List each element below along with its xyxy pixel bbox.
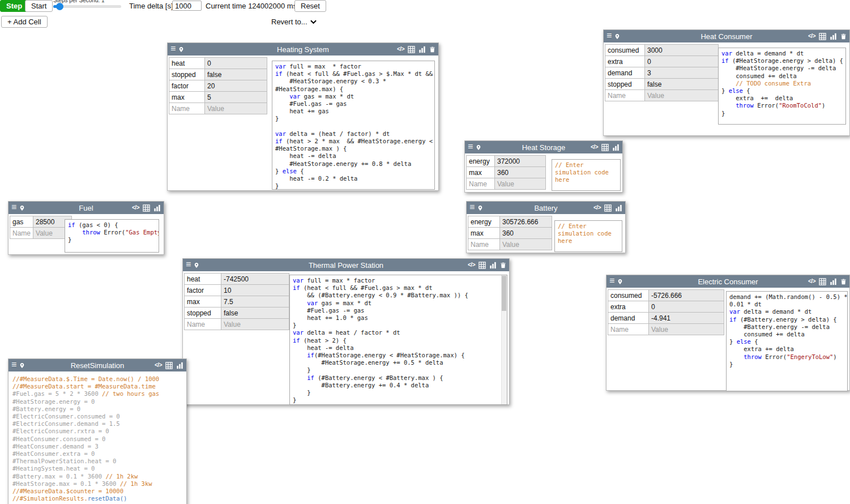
- menu-icon[interactable]: ≡: [11, 360, 16, 369]
- code-view-icon[interactable]: </>: [808, 279, 815, 284]
- property-name-cell[interactable]: gas: [10, 216, 33, 228]
- card-header[interactable]: ≡Heat Storage</>: [465, 141, 622, 153]
- code-scrollbar[interactable]: [501, 275, 507, 404]
- pin-icon[interactable]: [19, 204, 25, 212]
- menu-icon[interactable]: ≡: [468, 142, 473, 151]
- new-property-name-cell[interactable]: Name: [608, 324, 649, 335]
- card-header[interactable]: ≡Thermal Power Station</>: [183, 259, 509, 271]
- property-name-cell[interactable]: energy: [468, 216, 500, 228]
- pin-icon[interactable]: [614, 33, 620, 40]
- menu-icon[interactable]: ≡: [469, 203, 475, 212]
- menu-icon[interactable]: ≡: [186, 260, 191, 269]
- new-property-value-cell[interactable]: Value: [649, 324, 724, 335]
- pin-icon[interactable]: [477, 204, 483, 212]
- property-value-cell[interactable]: -5726.666: [649, 290, 724, 301]
- code-view-icon[interactable]: </>: [593, 205, 601, 211]
- property-value-cell[interactable]: 0: [205, 58, 267, 69]
- property-value-cell[interactable]: 7.5: [221, 296, 289, 307]
- code-view-icon[interactable]: </>: [591, 144, 598, 150]
- property-name-cell[interactable]: stopped: [169, 69, 205, 80]
- code-view-icon[interactable]: </>: [468, 262, 475, 268]
- property-name-cell[interactable]: extra: [605, 56, 645, 67]
- chart-view-icon[interactable]: [489, 262, 497, 269]
- table-view-icon[interactable]: [601, 144, 609, 151]
- property-name-cell[interactable]: max: [185, 296, 221, 307]
- menu-icon[interactable]: ≡: [11, 203, 16, 212]
- menu-icon[interactable]: ≡: [170, 44, 176, 53]
- pin-icon[interactable]: [19, 362, 25, 369]
- table-view-icon[interactable]: [143, 204, 150, 212]
- code-editor[interactable]: var delta = demand * dtif (#HeatStorage.…: [718, 48, 846, 125]
- property-name-cell[interactable]: stopped: [185, 307, 221, 319]
- property-name-cell[interactable]: stopped: [605, 79, 645, 90]
- property-name-cell[interactable]: consumed: [605, 45, 645, 56]
- code-editor[interactable]: demand += (Math.random() - 0.5) *0.01 * …: [726, 291, 848, 391]
- code-editor[interactable]: var full = max * factorif (heat < full &…: [289, 275, 507, 405]
- property-name-cell[interactable]: max: [169, 92, 205, 103]
- property-value-cell[interactable]: -4.941: [649, 313, 724, 324]
- property-name-cell[interactable]: demand: [605, 67, 645, 79]
- new-property-name-cell[interactable]: Name: [467, 178, 495, 190]
- start-button[interactable]: Start: [25, 0, 53, 12]
- property-value-cell[interactable]: 0: [645, 56, 719, 67]
- code-editor[interactable]: // Entersimulation codehere: [552, 159, 621, 191]
- property-value-cell[interactable]: -742500: [221, 274, 289, 285]
- chart-view-icon[interactable]: [612, 144, 620, 151]
- trash-icon[interactable]: [500, 262, 506, 269]
- property-name-cell[interactable]: factor: [185, 285, 221, 296]
- code-view-icon[interactable]: </>: [397, 46, 404, 52]
- code-editor[interactable]: if (gas < 0) { throw Error("Gas Empty")}: [65, 219, 159, 253]
- time-delta-input[interactable]: [172, 1, 202, 11]
- property-name-cell[interactable]: max: [468, 228, 500, 239]
- new-property-name-cell[interactable]: Name: [169, 103, 205, 114]
- new-property-name-cell[interactable]: Name: [185, 319, 221, 330]
- property-value-cell[interactable]: false: [645, 79, 719, 90]
- new-property-value-cell[interactable]: Value: [495, 178, 546, 190]
- new-property-value-cell[interactable]: Value: [221, 319, 289, 330]
- property-name-cell[interactable]: heat: [169, 58, 205, 69]
- pin-icon[interactable]: [617, 278, 623, 285]
- code-editor[interactable]: var full = max * factorif (heat < full &…: [272, 61, 435, 190]
- trash-icon[interactable]: [429, 46, 435, 53]
- pin-icon[interactable]: [194, 262, 199, 269]
- table-view-icon[interactable]: [819, 33, 826, 40]
- card-header[interactable]: ≡Electric Consumer</>: [606, 275, 849, 288]
- card-header[interactable]: ≡Fuel</>: [8, 202, 164, 214]
- card-header[interactable]: ≡Heating System</>: [168, 43, 438, 55]
- card-header[interactable]: ≡ResetSimulation</>: [8, 359, 186, 371]
- steps-per-second-slider[interactable]: [53, 5, 121, 8]
- property-name-cell[interactable]: energy: [467, 156, 495, 167]
- trash-icon[interactable]: [840, 33, 847, 40]
- table-view-icon[interactable]: [165, 362, 173, 369]
- property-value-cell[interactable]: 3: [645, 67, 719, 79]
- menu-icon[interactable]: ≡: [609, 276, 614, 285]
- scrollbar-thumb[interactable]: [502, 276, 506, 311]
- card-header[interactable]: ≡Heat Consumer</>: [604, 30, 849, 42]
- property-name-cell[interactable]: max: [467, 167, 495, 178]
- table-view-icon[interactable]: [408, 46, 415, 53]
- chart-view-icon[interactable]: [830, 33, 837, 40]
- chart-view-icon[interactable]: [615, 204, 622, 212]
- property-value-cell[interactable]: 20: [205, 80, 267, 92]
- pin-icon[interactable]: [178, 46, 184, 53]
- code-view-icon[interactable]: </>: [132, 205, 139, 211]
- property-value-cell[interactable]: 372000: [495, 156, 546, 167]
- add-cell-button[interactable]: + Add Cell: [1, 16, 48, 28]
- property-value-cell[interactable]: 5: [205, 92, 267, 103]
- property-name-cell[interactable]: demand: [608, 313, 649, 324]
- property-name-cell[interactable]: extra: [608, 301, 649, 313]
- new-property-value-cell[interactable]: Value: [645, 90, 719, 101]
- table-view-icon[interactable]: [479, 262, 486, 269]
- new-property-value-cell[interactable]: Value: [205, 103, 267, 114]
- property-name-cell[interactable]: factor: [169, 80, 205, 92]
- chart-view-icon[interactable]: [176, 362, 183, 369]
- code-view-icon[interactable]: </>: [155, 362, 162, 368]
- new-property-name-cell[interactable]: Name: [605, 90, 645, 101]
- pin-icon[interactable]: [476, 144, 481, 151]
- new-property-value-cell[interactable]: Value: [500, 239, 552, 250]
- chart-view-icon[interactable]: [830, 278, 837, 285]
- menu-icon[interactable]: ≡: [606, 31, 612, 40]
- new-property-name-cell[interactable]: Name: [468, 239, 500, 250]
- property-value-cell[interactable]: false: [205, 69, 267, 80]
- property-name-cell[interactable]: consumed: [608, 290, 649, 301]
